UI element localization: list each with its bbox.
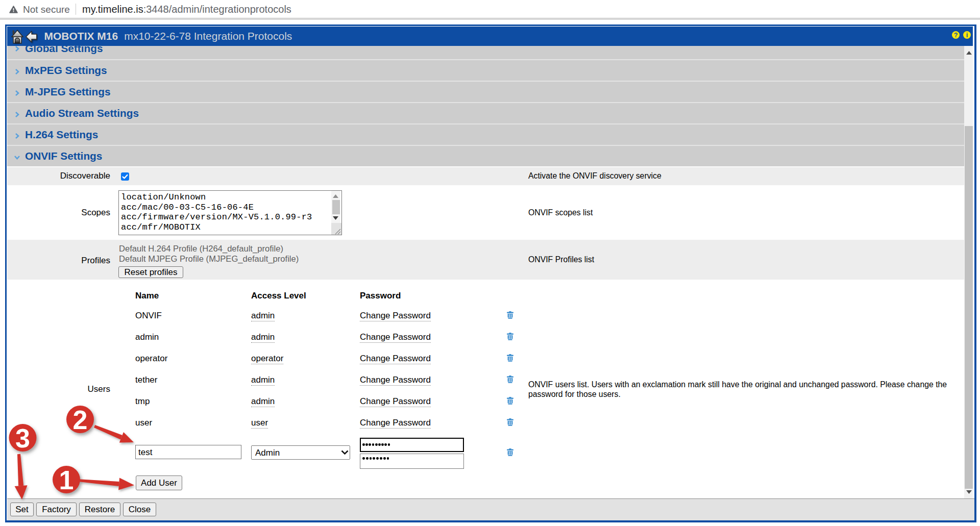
svg-text:2: 2 [73, 405, 88, 435]
svg-text:3: 3 [15, 423, 30, 453]
svg-text:1: 1 [59, 465, 74, 495]
